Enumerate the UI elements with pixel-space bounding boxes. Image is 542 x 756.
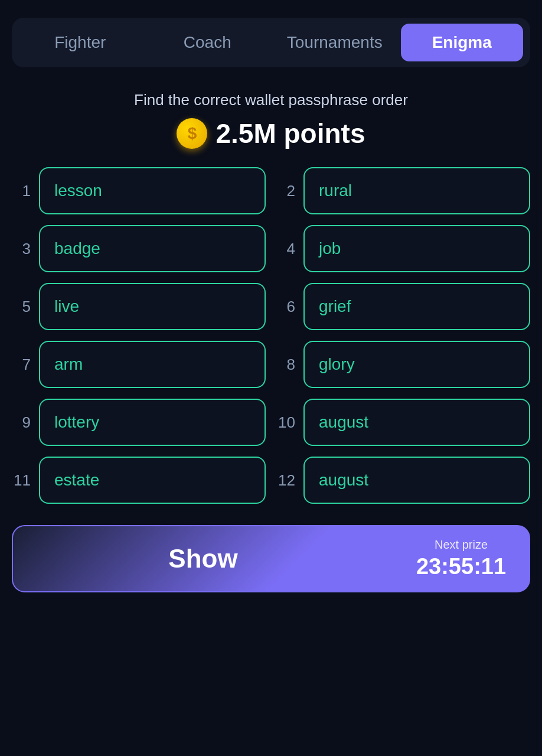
word-number-9: 9 xyxy=(12,413,31,432)
tab-enigma[interactable]: Enigma xyxy=(401,24,524,61)
word-grid: 1lesson2rural3badge4job5live6grief7arm8g… xyxy=(12,167,530,504)
word-item-6[interactable]: 6grief xyxy=(276,283,530,330)
word-item-7[interactable]: 7arm xyxy=(12,341,266,388)
word-item-9[interactable]: 9lottery xyxy=(12,399,266,446)
word-number-11: 11 xyxy=(12,471,31,490)
word-number-10: 10 xyxy=(276,413,295,432)
word-item-10[interactable]: 10august xyxy=(276,399,530,446)
word-item-11[interactable]: 11estate xyxy=(12,457,266,504)
tab-tournaments[interactable]: Tournaments xyxy=(273,24,396,61)
word-number-4: 4 xyxy=(276,240,295,258)
word-item-4[interactable]: 4job xyxy=(276,225,530,272)
word-box-9[interactable]: lottery xyxy=(39,399,266,446)
word-number-12: 12 xyxy=(276,471,295,490)
word-box-8[interactable]: glory xyxy=(303,341,530,388)
coin-icon: $ xyxy=(177,118,207,149)
next-prize-section: Next prize 23:55:11 xyxy=(393,526,529,591)
word-item-5[interactable]: 5live xyxy=(12,283,266,330)
show-button-container[interactable]: Show Next prize 23:55:11 xyxy=(12,525,530,592)
word-item-12[interactable]: 12august xyxy=(276,457,530,504)
tab-bar: Fighter Coach Tournaments Enigma xyxy=(12,18,530,67)
next-prize-label: Next prize xyxy=(435,538,488,552)
word-number-5: 5 xyxy=(12,298,31,316)
word-item-1[interactable]: 1lesson xyxy=(12,167,266,214)
word-number-6: 6 xyxy=(276,298,295,316)
word-number-8: 8 xyxy=(276,356,295,374)
header-prize: $ 2.5M points xyxy=(134,118,408,149)
tab-coach[interactable]: Coach xyxy=(146,24,269,61)
word-box-1[interactable]: lesson xyxy=(39,167,266,214)
show-button[interactable]: Show xyxy=(13,530,393,588)
word-box-11[interactable]: estate xyxy=(39,457,266,504)
word-box-10[interactable]: august xyxy=(303,399,530,446)
word-box-5[interactable]: live xyxy=(39,283,266,330)
tab-fighter[interactable]: Fighter xyxy=(19,24,142,61)
word-item-8[interactable]: 8glory xyxy=(276,341,530,388)
header-subtitle: Find the correct wallet passphrase order xyxy=(134,91,408,109)
prize-amount: 2.5M points xyxy=(216,118,365,149)
word-number-3: 3 xyxy=(12,240,31,258)
header-section: Find the correct wallet passphrase order… xyxy=(134,91,408,149)
word-item-2[interactable]: 2rural xyxy=(276,167,530,214)
word-box-4[interactable]: job xyxy=(303,225,530,272)
next-prize-timer: 23:55:11 xyxy=(416,554,506,579)
word-box-3[interactable]: badge xyxy=(39,225,266,272)
word-box-7[interactable]: arm xyxy=(39,341,266,388)
word-number-7: 7 xyxy=(12,356,31,374)
word-box-6[interactable]: grief xyxy=(303,283,530,330)
word-number-2: 2 xyxy=(276,182,295,200)
word-box-12[interactable]: august xyxy=(303,457,530,504)
word-number-1: 1 xyxy=(12,182,31,200)
word-item-3[interactable]: 3badge xyxy=(12,225,266,272)
word-box-2[interactable]: rural xyxy=(303,167,530,214)
